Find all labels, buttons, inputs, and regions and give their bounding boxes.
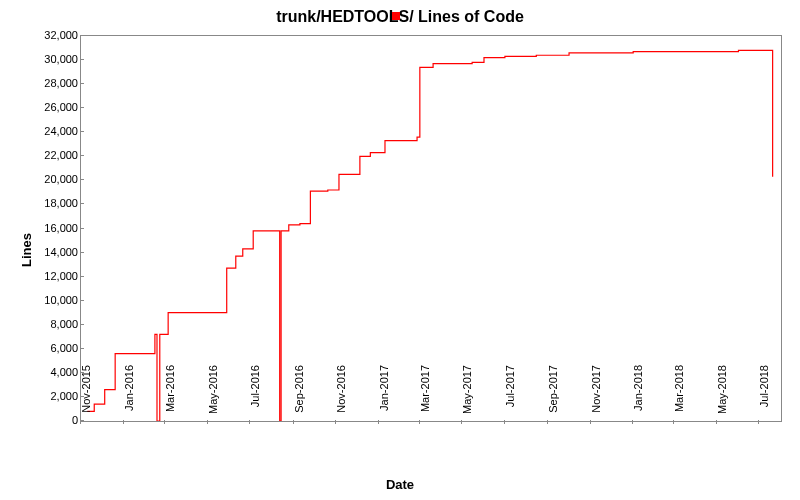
x-tick-label: Jul-2017: [504, 365, 516, 425]
x-tick-label: May-2016: [207, 365, 219, 425]
x-tick-label: Jan-2017: [378, 365, 390, 425]
x-tick-label: Nov-2015: [80, 365, 92, 425]
x-tick-label: Jul-2016: [249, 365, 261, 425]
y-tick-label: 16,000: [18, 222, 78, 234]
x-tick-label: Mar-2018: [673, 365, 685, 425]
legend-swatch: [392, 12, 400, 20]
y-tick-label: 14,000: [18, 246, 78, 258]
chart-container: trunk/HEDTOOLS/ Lines of Code Lines Date…: [0, 0, 800, 500]
y-tick-label: 2,000: [18, 390, 78, 402]
x-tick-label: Jan-2016: [123, 365, 135, 425]
x-tick-label: Mar-2016: [164, 365, 176, 425]
x-tick-label: Sep-2016: [293, 365, 305, 425]
y-tick-label: 8,000: [18, 318, 78, 330]
x-tick-label: Nov-2016: [335, 365, 347, 425]
y-tick-label: 30,000: [18, 53, 78, 65]
y-tick-label: 28,000: [18, 77, 78, 89]
plot-area: [80, 35, 782, 422]
y-tick-label: 6,000: [18, 342, 78, 354]
y-tick-label: 26,000: [18, 101, 78, 113]
x-tick-label: May-2017: [461, 365, 473, 425]
title-text: trunk/HEDTOOLS/ Lines of Code: [276, 8, 524, 25]
y-tick-label: 20,000: [18, 173, 78, 185]
line-svg: [81, 36, 781, 421]
y-tick-label: 18,000: [18, 197, 78, 209]
x-axis-label: Date: [0, 477, 800, 492]
y-tick-label: 12,000: [18, 270, 78, 282]
y-tick-label: 0: [18, 414, 78, 426]
x-tick-label: May-2018: [716, 365, 728, 425]
x-tick-label: Nov-2017: [590, 365, 602, 425]
chart-title: trunk/HEDTOOLS/ Lines of Code: [0, 8, 800, 26]
x-tick-label: Jul-2018: [758, 365, 770, 425]
y-tick-label: 22,000: [18, 149, 78, 161]
x-tick-label: Sep-2017: [547, 365, 559, 425]
y-tick-label: 32,000: [18, 29, 78, 41]
y-tick-label: 10,000: [18, 294, 78, 306]
y-tick-label: 24,000: [18, 125, 78, 137]
y-tick-label: 4,000: [18, 366, 78, 378]
x-tick-label: Jan-2018: [632, 365, 644, 425]
x-tick-label: Mar-2017: [419, 365, 431, 425]
